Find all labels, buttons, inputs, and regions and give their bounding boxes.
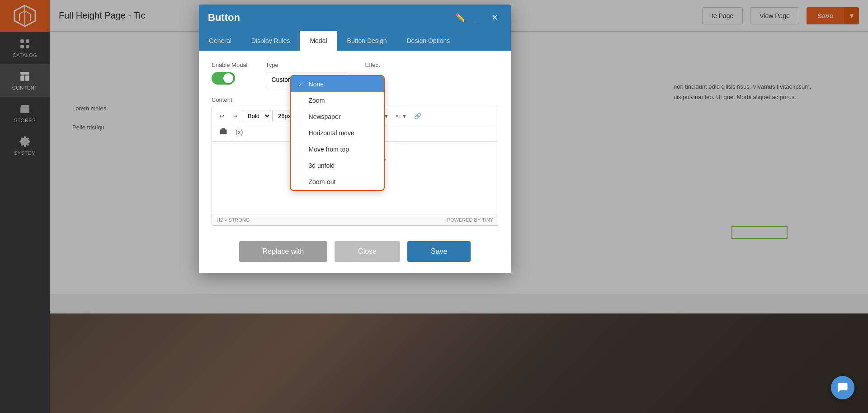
- effect-dropdown[interactable]: ✓ None Zoom Newspaper Horizontal move: [290, 75, 385, 191]
- tab-modal[interactable]: Modal: [300, 31, 337, 51]
- powered-by: POWERED BY TINY: [447, 217, 493, 223]
- close-modal-button[interactable]: Close: [335, 241, 400, 262]
- enable-modal-label: Enable Modal: [212, 62, 248, 68]
- font-family-select[interactable]: Bold: [242, 110, 271, 122]
- modal-title: Button: [208, 12, 450, 24]
- tab-display-rules[interactable]: Display Rules: [241, 31, 300, 51]
- svg-rect-10: [222, 128, 225, 130]
- widget-button[interactable]: [216, 125, 231, 138]
- effect-option-horizontal-move[interactable]: Horizontal move: [291, 125, 384, 141]
- modal-header: Button ✏️ _ ✕: [199, 5, 511, 31]
- type-label: Type: [266, 62, 347, 68]
- toggle-thumb: [223, 73, 233, 83]
- modal-dialog: Button ✏️ _ ✕ General Display Rules Moda…: [199, 5, 511, 273]
- undo-button[interactable]: ↩: [216, 111, 228, 121]
- modal-fields-row: Enable Modal Type Custom Content ▾ Effec…: [212, 62, 498, 87]
- link-button[interactable]: 🔗: [410, 111, 425, 121]
- svg-rect-9: [220, 129, 227, 134]
- enable-modal-field: Enable Modal: [212, 62, 248, 85]
- modal-footer: Replace with Close Save: [199, 233, 511, 273]
- effect-option-newspaper[interactable]: Newspaper: [291, 109, 384, 125]
- save-modal-button[interactable]: Save: [407, 241, 471, 262]
- redo-button[interactable]: ↪: [229, 111, 241, 121]
- effect-option-none[interactable]: ✓ None: [291, 76, 384, 92]
- replace-with-button[interactable]: Replace with: [239, 241, 328, 262]
- edit-icon[interactable]: ✏️: [455, 13, 465, 23]
- enable-modal-toggle[interactable]: [212, 72, 235, 85]
- minimize-button[interactable]: _: [471, 11, 482, 24]
- modal-tabs: General Display Rules Modal Button Desig…: [199, 31, 511, 51]
- tab-design-options[interactable]: Design Options: [397, 31, 460, 51]
- chat-bubble[interactable]: [831, 376, 854, 399]
- effect-option-3d-unfold[interactable]: 3d unfold: [291, 157, 384, 174]
- editor-footer: H2 » STRONG POWERED BY TINY: [212, 214, 498, 225]
- effect-option-move-from-top[interactable]: Move from top: [291, 141, 384, 157]
- variable-button[interactable]: (x): [232, 127, 246, 138]
- unordered-list-button[interactable]: •≡ ▾: [392, 111, 410, 121]
- tab-button-design[interactable]: Button Design: [337, 31, 397, 51]
- effect-field: Effect ✓ None Zoom Newspaper: [365, 62, 380, 72]
- effect-label: Effect: [365, 62, 380, 68]
- tab-general[interactable]: General: [199, 31, 241, 51]
- modal-body: Enable Modal Type Custom Content ▾ Effec…: [199, 51, 511, 233]
- editor-breadcrumb: H2 » STRONG: [217, 217, 250, 223]
- effect-option-zoom-out[interactable]: Zoom-out: [291, 174, 384, 190]
- check-icon: ✓: [298, 81, 305, 88]
- close-button[interactable]: ✕: [488, 11, 502, 24]
- effect-option-zoom[interactable]: Zoom: [291, 92, 384, 109]
